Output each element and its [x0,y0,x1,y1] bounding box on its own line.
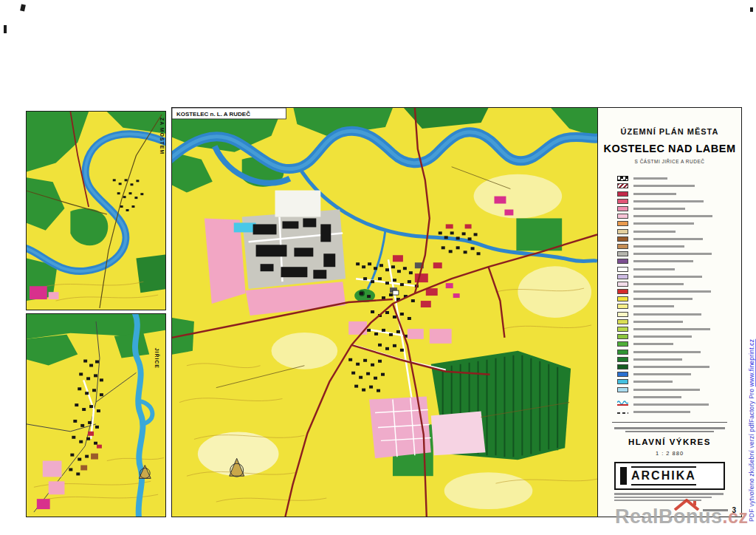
legend-label [633,321,683,323]
legend-swatch [617,327,628,332]
legend-item [617,176,741,182]
legend-swatch [617,267,628,272]
legend-label [633,193,676,195]
legend-label [633,313,701,316]
legend-item [617,289,741,295]
legend-item [617,357,741,363]
legend-label [633,276,702,278]
watermark-roof-icon [673,499,700,511]
drawing-title: HLAVNÍ VÝKRES [598,437,741,446]
legend-label [633,389,700,391]
inset-top-canvas: ZA MOSTEM [27,112,165,310]
legend-item [617,394,741,400]
watermark-text: RealBonus [615,505,723,528]
legend-item [617,319,741,325]
legend-label [633,253,712,255]
legend-label [633,411,690,413]
legend-swatch [617,221,628,226]
legend-item [617,386,741,392]
legend-swatch [617,289,628,294]
legend-swatch [617,259,628,264]
inset-bottom-label: JIŘICE [154,348,160,369]
legend-swatch [617,350,628,355]
legend-swatch [617,319,628,324]
legend-item [617,228,741,234]
fineprint-link[interactable]: www.fineprint.cz [748,339,755,387]
legend-swatch [617,236,628,242]
legend-label [633,215,712,217]
inset-top-label: ZA MOSTEM [159,117,165,154]
legend-item [617,259,741,265]
plan-heading-main: KOSTELEC NAD LABEM [598,143,741,154]
legend-label [633,328,710,330]
legend-swatch [617,341,628,347]
legend-item [617,402,741,408]
legend-label [633,358,682,361]
logo-square-icon [620,467,627,485]
legend-swatch [617,183,628,188]
inset-bottom-canvas: JIŘICE [27,314,165,517]
legend-label [633,298,693,300]
legend-item [617,221,741,227]
legal-fine-print [612,422,727,432]
inset-map-za-mostem: ZA MOSTEM [26,111,166,310]
legend-item [617,236,741,242]
legend-label [633,268,675,270]
legend-swatch [617,357,628,362]
legend-item [617,327,741,333]
legend-item [617,191,741,197]
pdf-notice-text: PDF vytvořeno zkušební verzí pdfFactory … [748,386,755,522]
legend-line-symbol [617,412,628,414]
plan-heading-small: ÚZEMNÍ PLÁN MĚSTA [598,127,741,136]
plan-heading-sub: S ČÁSTMI JIŘICE A RUDEČ [598,159,741,164]
legend-item [617,409,741,415]
legend-item [617,199,741,205]
legend-swatch [617,274,628,279]
legend-label [633,283,684,285]
title-block-panel: ÚZEMNÍ PLÁN MĚSTA KOSTELEC NAD LABEM S Č… [598,107,742,517]
legend-swatch [617,296,628,301]
legend-label [633,343,673,345]
studio-address-fine-print [614,493,725,501]
legend-swatch [617,229,628,234]
legend-label [633,366,709,368]
legend-label [633,177,667,180]
legend-label [633,222,694,225]
legend-swatch [617,379,628,384]
legend-item [617,334,741,340]
legend-label [633,403,709,406]
pdf-factory-notice: PDF vytvořeno zkušební verzí pdfFactory … [748,250,755,522]
legend-label [633,208,685,210]
legend-swatch [617,304,628,309]
legend-label [633,305,674,307]
legend-item [617,296,741,302]
legend-item [617,214,741,219]
legend-swatch [617,334,628,339]
main-map-canvas: KOSTELEC n. L. A RUDEČ [172,108,597,517]
legend-item [617,304,741,310]
watermark: RealBonus.cz [615,505,748,528]
watermark-suffix: .cz [723,506,749,527]
scan-speck [4,25,7,33]
main-map-label: KOSTELEC n. L. A RUDEČ [176,111,250,117]
legend-swatch [617,244,628,249]
legend-item [617,372,741,378]
legend-label [633,335,692,338]
map-legend [617,176,741,415]
legend-item [617,244,741,250]
legend-swatch [617,282,628,287]
legend-label [633,351,701,353]
legend-item [617,311,741,317]
legend-swatch [617,312,628,317]
legend-item [617,364,741,370]
legend-line-symbol [617,395,628,400]
legend-item [617,341,741,347]
legend-item [617,183,741,189]
legend-item [617,266,741,272]
legend-swatch [617,191,628,197]
legend-label [633,245,684,248]
legend-label [633,231,676,233]
legend-item [617,206,741,212]
legend-line-symbol [617,404,628,406]
legend-swatch [617,387,628,392]
